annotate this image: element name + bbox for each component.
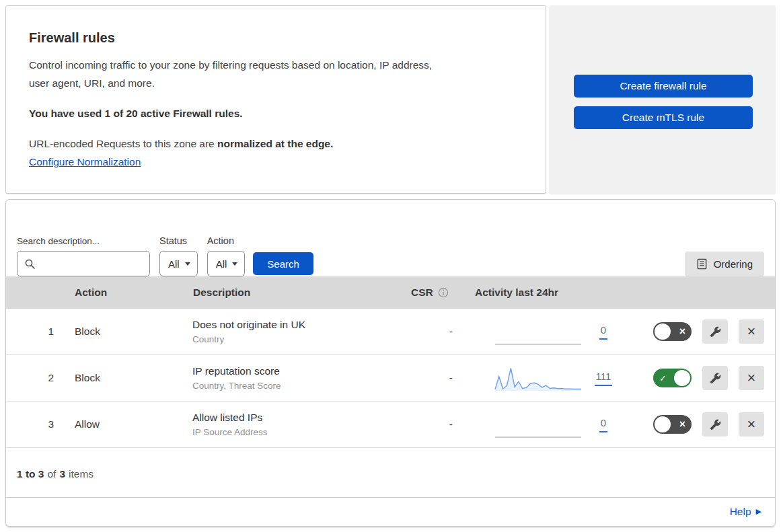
ordering-button[interactable]: Ordering — [685, 252, 764, 276]
table-header: Action Description CSR Activity last 24h… — [6, 276, 775, 309]
column-action: Action — [65, 287, 184, 299]
create-mtls-rule-button[interactable]: Create mTLS rule — [574, 106, 753, 129]
help-link[interactable]: Help ▶ — [730, 506, 761, 518]
rule-criteria: Country — [192, 334, 402, 344]
search-label: Search description... — [17, 236, 150, 246]
rule-row-2: 2 Block IP reputation score Country, Thr… — [6, 355, 775, 402]
page-title: Firewall rules — [29, 30, 523, 46]
delete-rule-button[interactable]: × — [739, 366, 764, 390]
close-icon: × — [747, 324, 756, 339]
delete-rule-button[interactable]: × — [739, 412, 764, 436]
rule-number: 2 — [6, 372, 65, 384]
activity-count-link[interactable]: 111 — [595, 371, 613, 386]
create-firewall-rule-button[interactable]: Create firewall rule — [574, 75, 753, 98]
search-input-wrap — [17, 251, 150, 276]
rule-csr-value: - — [402, 326, 468, 338]
close-icon: × — [747, 417, 756, 432]
rule-description-cell: Allow listed IPs IP Source Address — [184, 412, 402, 437]
filter-bar: Search description... Status All Action … — [6, 200, 775, 276]
pagination-items-label: items — [69, 468, 94, 480]
rule-criteria: IP Source Address — [192, 427, 402, 437]
edit-rule-button[interactable] — [702, 366, 728, 390]
rule-row-3: 3 Allow Allow listed IPs IP Source Addre… — [6, 402, 775, 448]
rule-number: 3 — [6, 418, 65, 430]
search-button[interactable]: Search — [253, 252, 313, 275]
search-input[interactable] — [17, 251, 150, 276]
activity-sparkline — [494, 364, 582, 392]
toggle-knob — [655, 324, 671, 340]
page-header-section: Firewall rules Control incoming traffic … — [0, 0, 781, 194]
status-select[interactable]: All — [159, 251, 198, 276]
delete-rule-button[interactable]: × — [739, 319, 764, 344]
wrench-icon — [710, 419, 721, 430]
rule-controls: × × — [636, 412, 775, 436]
column-csr: CSR — [402, 287, 468, 299]
rule-description-cell: Does not originate in UK Country — [184, 319, 402, 344]
status-selected-value: All — [168, 258, 180, 270]
rule-controls: × × — [636, 319, 775, 344]
action-select[interactable]: All — [207, 251, 246, 276]
help-arrow-icon: ▶ — [756, 508, 761, 515]
activity-count-wrap: 111 — [591, 371, 616, 386]
rule-enabled-toggle[interactable]: ✓ — [653, 369, 692, 387]
activity-count-link[interactable]: 0 — [599, 417, 607, 432]
action-label: Action — [207, 235, 246, 246]
toggle-knob — [674, 370, 690, 386]
configure-normalization-link[interactable]: Configure Normalization — [29, 156, 141, 167]
rule-enabled-toggle[interactable]: × — [653, 322, 692, 341]
chevron-down-icon — [232, 262, 237, 266]
column-csr-label: CSR — [411, 287, 433, 299]
help-row: Help ▶ — [6, 497, 775, 525]
edit-rule-button[interactable] — [702, 319, 728, 344]
rule-activity-cell: 0 — [468, 410, 636, 439]
activity-count-wrap: 0 — [591, 417, 616, 432]
rule-activity-cell: 0 — [468, 317, 636, 346]
activity-sparkline — [494, 317, 582, 346]
activity-count-link[interactable]: 0 — [599, 324, 607, 340]
close-icon: × — [747, 371, 756, 385]
rule-criteria: Country, Threat Score — [192, 381, 402, 391]
intro-card: Firewall rules Control incoming traffic … — [5, 5, 546, 194]
usage-note: You have used 1 of 20 active Firewall ru… — [29, 108, 523, 120]
search-group: Search description... — [17, 236, 150, 276]
column-description: Description — [184, 287, 402, 299]
rules-card: Search description... Status All Action … — [5, 199, 776, 527]
status-label: Status — [159, 235, 198, 246]
page-description-line2: user agent, URI, and more. — [29, 77, 155, 89]
chevron-down-icon — [185, 262, 190, 266]
rule-action: Block — [65, 372, 184, 384]
rule-description: Does not originate in UK — [192, 319, 402, 331]
rule-csr-value: - — [402, 418, 468, 430]
rule-controls: ✓ × — [636, 366, 775, 390]
pagination-summary: 1 to 3of3items — [6, 448, 775, 497]
edit-rule-button[interactable] — [702, 412, 728, 436]
wrench-icon — [710, 373, 721, 384]
rule-description-cell: IP reputation score Country, Threat Scor… — [184, 365, 402, 391]
pagination-range: 1 to 3 — [17, 468, 44, 480]
rule-action: Block — [65, 326, 184, 338]
rule-csr-value: - — [402, 372, 468, 384]
normalization-note-bold: normalized at the edge. — [217, 138, 333, 149]
rule-enabled-toggle[interactable]: × — [653, 415, 692, 434]
toggle-knob — [655, 416, 671, 432]
normalization-note-text: URL-encoded Requests to this zone are — [29, 138, 217, 149]
rule-action: Allow — [65, 418, 184, 430]
wrench-icon — [710, 326, 721, 338]
normalization-note: URL-encoded Requests to this zone are no… — [29, 138, 523, 150]
cta-panel: Create firewall rule Create mTLS rule — [549, 5, 776, 194]
status-filter-group: Status All — [159, 235, 198, 276]
activity-count-wrap: 0 — [591, 324, 616, 340]
rule-number: 1 — [6, 326, 65, 338]
help-link-label: Help — [730, 506, 751, 518]
info-icon[interactable] — [438, 287, 449, 298]
firewall-rules-page: { "header": { "title": "Firewall rules",… — [0, 0, 781, 532]
pagination-total: 3 — [59, 468, 65, 480]
rule-description: IP reputation score — [192, 365, 402, 377]
toggle-state-icon: × — [679, 419, 685, 430]
pagination-of: of — [47, 468, 56, 480]
rule-activity-cell: 111 — [468, 364, 636, 392]
activity-sparkline — [494, 410, 582, 439]
page-description: Control incoming traffic to your zone by… — [29, 56, 523, 92]
rule-row-1: 1 Block Does not originate in UK Country… — [6, 309, 775, 355]
ordering-button-label: Ordering — [714, 258, 753, 270]
